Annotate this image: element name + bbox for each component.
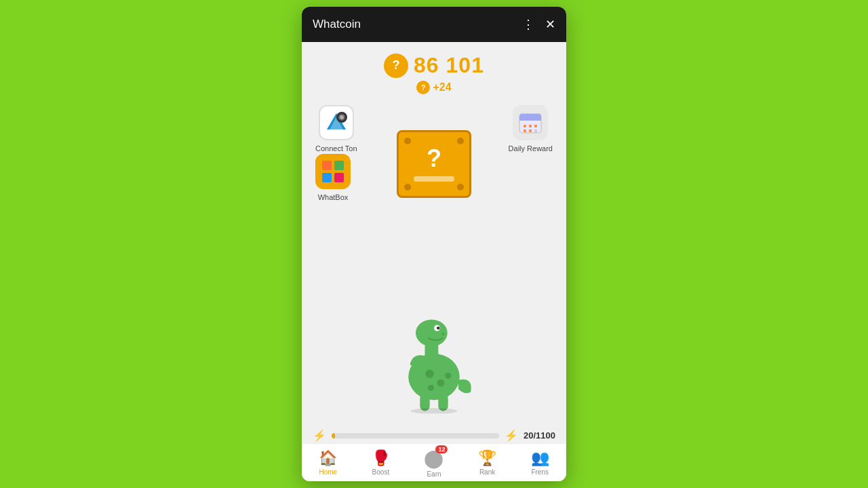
mystery-box-inner: ? [414,146,454,182]
svg-point-4 [340,115,344,119]
svg-point-29 [445,373,451,379]
svg-rect-13 [534,129,537,132]
whatbox-icon [315,154,351,189]
main-content: ? 86 101 ? +24 [302,42,566,481]
progress-area: ⚡ ⚡ 20/1100 [302,429,566,442]
daily-reward-label: Daily Reward [509,144,553,152]
more-button[interactable]: ⋮ [522,18,534,30]
svg-point-23 [442,333,445,336]
close-button[interactable]: ✕ [545,18,555,30]
nav-earn[interactable]: 12 ⬤ Earn [418,445,449,481]
svg-point-20 [416,319,448,346]
earn-badge: 12 [435,445,448,453]
box-dot-left [404,184,411,190]
connect-ton-icon [319,105,354,140]
svg-rect-14 [322,161,332,170]
daily-reward-icon [513,105,548,140]
daily-reward-item[interactable]: Daily Reward [509,105,553,152]
lightning-right-icon: ⚡ [505,429,518,442]
calendar-svg [517,110,543,136]
bg-right [570,0,868,488]
svg-rect-9 [529,125,532,127]
svg-rect-17 [334,173,344,182]
progress-bar-bg [332,433,499,439]
svg-rect-10 [534,125,537,127]
nav-boost[interactable]: 🥊 Boost [366,447,395,479]
mystery-box-bottom-dots [399,184,469,190]
coin-balance: ? 86 101 [384,53,484,78]
boost-label: Boost [372,468,390,476]
nav-home[interactable]: 🏠 Home [313,447,342,479]
svg-rect-15 [334,161,344,170]
svg-rect-16 [322,173,332,182]
rank-icon: 🏆 [478,449,496,467]
svg-point-22 [437,327,440,330]
box-dot-right [457,184,464,190]
balance-amount: 86 101 [414,53,484,78]
nav-rank[interactable]: 🏆 Rank [473,447,502,479]
svg-point-30 [411,408,457,413]
connect-ton-item[interactable]: Connect Ton [315,105,357,152]
frens-label: Frens [531,468,549,476]
home-label: Home [319,468,337,476]
whatbox-label: WhatBox [318,193,349,201]
bottom-nav: 🏠 Home 🥊 Boost 12 ⬤ Earn 🏆 Rank 👥 Frens [302,443,566,481]
lightning-left-icon: ⚡ [313,429,326,442]
coin-plus-row: ? +24 [416,81,451,94]
bg-left [0,0,298,488]
app-window: Whatcoin ⋮ ✕ ? 86 101 ? +24 [302,7,566,481]
progress-text: 20/1100 [524,430,555,441]
mystery-box-bar [414,176,454,182]
svg-rect-8 [524,125,526,127]
title-bar: Whatcoin ⋮ ✕ [302,7,566,42]
whatbox-svg [321,159,345,184]
svg-rect-7 [519,119,541,121]
svg-point-28 [428,385,434,391]
svg-rect-12 [529,129,532,132]
frens-icon: 👥 [531,449,549,467]
mystery-box-container[interactable]: ? [397,130,471,198]
boost-icon: 🥊 [372,449,390,467]
ton-svg [324,110,349,135]
connect-ton-label: Connect Ton [315,144,357,152]
whatbox-item[interactable]: WhatBox [315,154,351,201]
svg-rect-11 [524,129,526,132]
app-title: Whatcoin [313,18,361,31]
coin-icon-large: ? [384,54,408,78]
rank-label: Rank [479,468,495,476]
title-bar-actions: ⋮ ✕ [522,18,555,30]
dino-area[interactable] [390,291,478,413]
dino-svg [390,291,478,413]
earn-label: Earn [427,470,441,478]
progress-bar-fill [332,433,335,439]
svg-point-27 [437,380,445,387]
mystery-box[interactable]: ? [397,130,471,198]
mystery-box-question: ? [427,146,441,171]
nav-frens[interactable]: 👥 Frens [526,447,555,479]
coin-plus-text: +24 [433,81,451,94]
home-icon: 🏠 [319,449,337,467]
coin-icon-small: ? [416,81,430,94]
svg-point-26 [425,369,434,378]
